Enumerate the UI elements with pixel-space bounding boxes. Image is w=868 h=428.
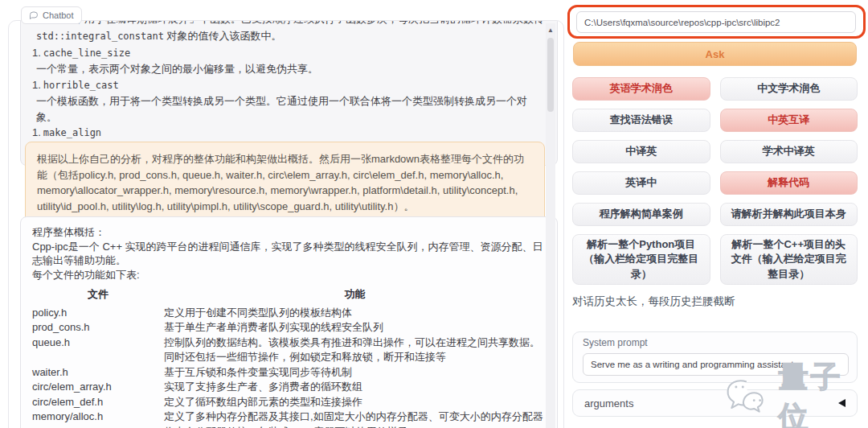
table-row: circ/elem_array.h 实现了支持多生产者、多消费者的循环数组: [32, 380, 546, 395]
analyze-cpp-headers-button[interactable]: 解析一整个C++项目的头文件（输入栏给定项目完整目录）: [720, 234, 858, 285]
system-prompt-group: System prompt: [572, 331, 858, 383]
list-item: 1.horrible_cast: [32, 77, 546, 94]
table-cell-file: memory/allocator_wrapper.h: [32, 425, 164, 428]
table-cell-desc: 实现了支持多生产者、多消费者的循环数组: [164, 380, 546, 395]
ask-button[interactable]: Ask: [573, 42, 857, 66]
table-row: memory/allocator_wrapper.h 将内存分配器的接口包装成 …: [32, 425, 546, 428]
table-row: circ/elem_def.h 定义了循环数组内部元素的类型和连接操作: [32, 395, 546, 410]
chatbot-label-tab: Chatbot: [21, 6, 82, 24]
scrollbar-thumb[interactable]: [547, 38, 554, 112]
table-row: memory/alloc.h 定义了多种内存分配器及其接口,如固定大小的内存分配…: [32, 409, 546, 425]
program-deconstruct-demo-button[interactable]: 程序解构简单案例: [572, 203, 710, 226]
accordion-collapse-arrow-icon[interactable]: [838, 399, 845, 407]
list-item: 1.cache_line_size: [32, 45, 546, 62]
code-identifier: horrible_cast: [43, 80, 119, 91]
table-cell-file: prod_cons.h: [32, 320, 164, 335]
overview-line: 程序整体概括：: [32, 225, 546, 240]
code-identifier: cache_line_size: [43, 47, 130, 59]
table-cell-desc: 将内存分配器的接口包装成 STL 容器可以使用的样子: [164, 425, 546, 428]
table-header-row: 文件 功能: [32, 285, 546, 306]
table-cell-file: circ/elem_array.h: [32, 380, 164, 395]
table-cell-file: policy.h: [32, 306, 164, 321]
overview-line: 每个文件的功能如下表:: [32, 268, 546, 282]
table-row: queue.h 控制队列的数据结构。该模板类具有推进和弹出操作，可以在进程之间共…: [32, 335, 546, 365]
overview-line: Cpp-ipc是一个 C++ 实现的跨平台的进程间通信库，实现了多种类型的线程安…: [32, 240, 546, 268]
function-button-grid: 英语学术润色 中文学术润色 查找语法错误 中英互译 中译英 学术中译英 英译中 …: [572, 77, 858, 285]
table-cell-desc: 基于单生产者单消费者队列实现的线程安全队列: [164, 320, 546, 335]
table-cell-file: circ/elem_def.h: [32, 395, 164, 410]
table-row: policy.h 定义用于创建不同类型队列的模板结构体: [32, 306, 546, 321]
table-cell-file: queue.h: [32, 335, 164, 365]
system-prompt-input[interactable]: [583, 353, 849, 376]
chat-scrollbar[interactable]: ▲: [546, 23, 555, 428]
list-item: 1.make_align: [32, 125, 546, 142]
table-cell-desc: 定义了循环数组内部元素的类型和连接操作: [164, 395, 546, 410]
find-grammar-errors-button[interactable]: 查找语法错误: [572, 109, 710, 132]
chinese-academic-polish-button[interactable]: 中文学术润色: [720, 77, 858, 101]
academic-zh-to-en-button[interactable]: 学术中译英: [720, 140, 858, 163]
system-prompt-label: System prompt: [583, 337, 648, 348]
table-row: prod_cons.h 基于单生产者单消费者队列实现的线程安全队列: [32, 320, 546, 335]
table-header-file: 文件: [32, 285, 164, 306]
file-function-table: 文件 功能 policy.h 定义用于创建不同类型队列的模板结构体 prod_c…: [32, 285, 546, 428]
project-path-input[interactable]: [576, 11, 856, 33]
english-academic-polish-button[interactable]: 英语学术润色: [572, 77, 710, 101]
table-cell-desc: 基于互斥锁和条件变量实现同步等待机制: [164, 365, 546, 381]
table-header-function: 功能: [164, 285, 546, 306]
chat-bubble-icon: [29, 10, 39, 20]
table-cell-desc: 定义了多种内存分配器及其接口,如固定大小的内存分配器、可变大小的内存分配器: [164, 409, 546, 425]
status-text: 对话历史太长，每段历史拦腰截断: [572, 294, 735, 309]
explain-code-button[interactable]: 解释代码: [720, 171, 858, 195]
user-message-text: 根据以上你自己的分析，对程序的整体功能和构架做出概括。然后用一张markdown…: [37, 153, 524, 212]
user-message: 根据以上你自己的分析，对程序的整体功能和构架做出概括。然后用一张markdown…: [25, 142, 545, 224]
zh-en-mutual-translate-button[interactable]: 中英互译: [720, 109, 858, 132]
table-cell-file: waiter.h: [32, 365, 164, 381]
list-item-desc: 一个模板函数，用于将一个类型转换成另一个类型。它通过使用一个联合体将一个类型强制…: [32, 93, 546, 125]
en-to-zh-button[interactable]: 英译中: [572, 171, 710, 195]
chatbot-panel: 使该函数，用于在编译期循环展开」个函数。已受按顺序连续执行了函数多次，每次把当前…: [8, 20, 564, 428]
list-item-desc: 一个常量，表示两个对象之间的最小偏移量，以避免伪共享。: [32, 61, 546, 77]
table-cell-file: memory/alloc.h: [32, 409, 164, 425]
clipped-text-line: 使该函数，用于在编译期循环展开」个函数。已受按顺序连续执行了函数多次，每次把当前…: [32, 20, 546, 28]
table-row: waiter.h 基于互斥锁和条件变量实现同步等待机制: [32, 365, 546, 381]
table-cell-desc: 定义用于创建不同类型队列的模板结构体: [164, 306, 546, 321]
zh-to-en-button[interactable]: 中译英: [572, 140, 710, 163]
chatbot-label: Chatbot: [43, 10, 74, 20]
message-line: std::integral_constant 对象的值传入该函数中。: [32, 28, 546, 45]
table-cell-desc: 控制队列的数据结构。该模板类具有推进和弹出操作，可以在进程之间共享数据。同时还包…: [164, 335, 546, 365]
analyze-this-project-button[interactable]: 请解析并解构此项目本身: [720, 203, 858, 226]
assistant-message-2: 程序整体概括： Cpp-ipc是一个 C++ 实现的跨平台的进程间通信库，实现了…: [20, 216, 558, 428]
analyze-python-project-button[interactable]: 解析一整个Python项目（输入栏给定项目完整目录）: [572, 234, 710, 285]
scrollbar-up-arrow[interactable]: ▲: [546, 27, 555, 34]
arguments-accordion[interactable]: arguments: [572, 389, 858, 417]
code-inline: std::integral_constant: [36, 31, 164, 42]
arguments-label: arguments: [584, 397, 838, 409]
code-identifier: make_align: [43, 127, 101, 138]
app-screen: Chatbot 使该函数，用于在编译期循环展开」个函数。已受按顺序连续执行了函数…: [0, 0, 868, 428]
